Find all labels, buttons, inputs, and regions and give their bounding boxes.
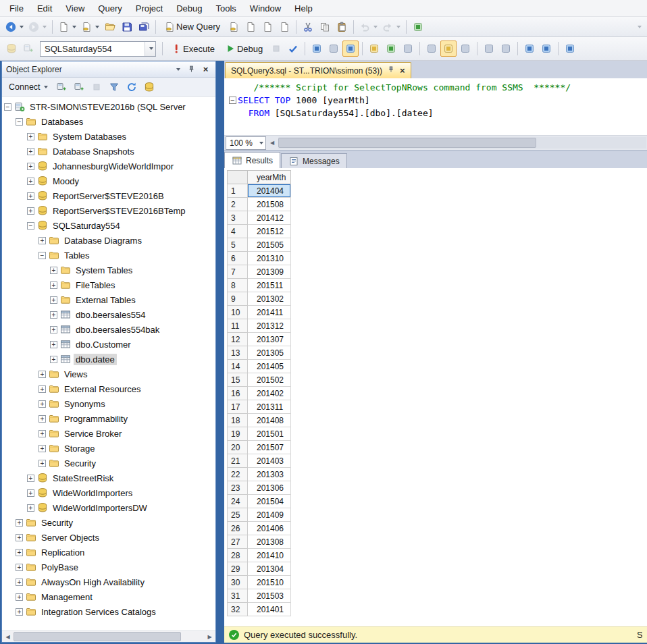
results-to-file[interactable]	[457, 41, 473, 57]
filter[interactable]	[106, 79, 122, 95]
cut[interactable]	[300, 19, 316, 35]
expand-icon[interactable]: +	[50, 296, 57, 304]
query-editor[interactable]: /****** Script for SelectTopNRows comman…	[224, 78, 647, 135]
grid-cell[interactable]: 201311	[248, 400, 291, 414]
grid-cell[interactable]: 201307	[248, 333, 291, 346]
scroll-left-icon[interactable]: ◀	[266, 137, 278, 149]
expand-icon[interactable]: +	[27, 207, 34, 215]
grid-row-number[interactable]: 30	[228, 576, 248, 589]
tree-node-integration-services-catalogs[interactable]: +Integration Services Catalogs	[2, 604, 215, 619]
tree-node-reportserver-steve2016btemp[interactable]: +ReportServer$STEVE2016BTemp	[2, 203, 215, 218]
activity-monitor[interactable]	[410, 19, 426, 35]
grid-row-number[interactable]: 32	[228, 603, 248, 616]
expand-icon[interactable]: +	[16, 564, 23, 571]
scrollbar-thumb[interactable]	[14, 632, 181, 641]
grid-cell[interactable]: 201408	[248, 414, 291, 427]
grid-row-number[interactable]: 23	[228, 481, 248, 495]
menu-edit[interactable]: Edit	[30, 1, 59, 16]
attach-database[interactable]	[79, 19, 101, 35]
collapse-icon[interactable]: −	[27, 222, 34, 230]
include-client-statistics[interactable]	[400, 41, 416, 57]
expand-icon[interactable]: +	[50, 341, 57, 348]
tree-node-management[interactable]: +Management	[2, 589, 215, 604]
expand-icon[interactable]: +	[38, 430, 46, 437]
expand-icon[interactable]: +	[27, 475, 34, 482]
grid-cell[interactable]: 201306	[248, 481, 291, 495]
analysis-mdx-query[interactable]	[242, 19, 259, 35]
parse-query[interactable]	[285, 41, 301, 57]
grid-cell[interactable]: 201501	[248, 427, 291, 441]
grid-row-number[interactable]: 9	[228, 292, 248, 306]
grid-cell[interactable]: 201508	[248, 198, 291, 211]
grid-cell[interactable]: 201412	[248, 211, 291, 225]
scrollbar-thumb[interactable]	[278, 138, 536, 148]
analysis-xmla-query[interactable]	[276, 19, 292, 35]
grid-row-number[interactable]: 12	[228, 333, 248, 346]
expand-icon[interactable]: +	[38, 237, 46, 244]
grid-cell[interactable]: 201312	[248, 319, 291, 333]
connect-button[interactable]: Connect	[5, 81, 52, 93]
grid-cell[interactable]: 201403	[248, 454, 291, 468]
expand-icon[interactable]: +	[27, 178, 34, 185]
document-tab[interactable]: SQLQuery3.sql - ST...TRION\ssimon (53)) …	[225, 62, 411, 78]
tree-node-johannesburgwideworldimpor[interactable]: +JohannesburgWideWorldImpor	[2, 159, 215, 173]
grid-cell[interactable]: 201511	[248, 279, 291, 292]
menu-help[interactable]: Help	[288, 1, 319, 16]
grid-row-number[interactable]: 17	[228, 400, 248, 414]
expand-icon[interactable]: +	[16, 608, 23, 616]
grid-cell[interactable]: 201406	[248, 522, 291, 535]
expand-icon[interactable]: +	[16, 519, 23, 527]
pin-icon[interactable]	[387, 65, 395, 76]
grid-row-number[interactable]: 5	[228, 238, 248, 252]
save[interactable]	[119, 19, 135, 35]
tree-node-system-tables[interactable]: +System Tables	[2, 263, 215, 277]
grid-cell[interactable]: 201401	[248, 603, 291, 616]
navigate-backward[interactable]	[3, 19, 26, 35]
tree-node-database-snapshots[interactable]: +Database Snapshots	[2, 144, 215, 159]
tree-node-str-simon-steve2016b-sql-server[interactable]: −STR-SIMON\STEVE2016b (SQL Server	[2, 99, 215, 114]
expand-icon[interactable]: +	[27, 489, 34, 497]
uncomment-selection[interactable]	[498, 41, 514, 57]
save-all[interactable]	[136, 19, 152, 35]
grid-row-number[interactable]: 31	[228, 589, 248, 603]
refresh[interactable]	[124, 79, 140, 95]
disconnect-object-explorer[interactable]	[71, 79, 87, 95]
grid-cell[interactable]: 201503	[248, 589, 291, 603]
expand-icon[interactable]: +	[27, 192, 34, 200]
expand-icon[interactable]: +	[27, 163, 34, 170]
grid-row-number[interactable]: 26	[228, 522, 248, 535]
tree-node-databases[interactable]: −Databases	[2, 114, 215, 129]
grid-cell[interactable]: 201404	[248, 184, 291, 198]
intellisense-enabled[interactable]	[342, 41, 359, 57]
tree-node-system-databases[interactable]: +System Databases	[2, 129, 215, 144]
grid-cell[interactable]: 201302	[248, 292, 291, 306]
grid-cell[interactable]: 201308	[248, 535, 291, 549]
tree-node-security[interactable]: +Security	[2, 456, 215, 471]
grid-row-number[interactable]: 10	[228, 306, 248, 319]
tree-node-dbo-datee[interactable]: +dbo.datee	[2, 352, 215, 367]
tree-node-database-diagrams[interactable]: +Database Diagrams	[2, 233, 215, 248]
grid-column-header[interactable]: yearMth	[248, 171, 291, 184]
grid-cell[interactable]: 201504	[248, 495, 291, 508]
specify-values-template[interactable]	[562, 41, 578, 57]
tree-node-external-tables[interactable]: +External Tables	[2, 292, 215, 307]
tree-node-polybase[interactable]: +PolyBase	[2, 560, 215, 574]
debug-button[interactable]: Debug	[220, 41, 267, 57]
grid-row-number[interactable]: 16	[228, 387, 248, 400]
grid-row-number[interactable]: 14	[228, 360, 248, 373]
grid-cell[interactable]: 201310	[248, 252, 291, 265]
menu-file[interactable]: File	[3, 1, 30, 16]
grid-row-number[interactable]: 29	[228, 562, 248, 576]
grid-corner[interactable]	[228, 171, 248, 184]
expand-icon[interactable]: +	[50, 326, 57, 333]
pin-icon[interactable]	[186, 63, 197, 75]
grid-row-number[interactable]: 24	[228, 495, 248, 508]
connect-object-explorer[interactable]	[53, 79, 70, 95]
expand-icon[interactable]: +	[38, 445, 46, 452]
object-explorer-horizontal-scrollbar[interactable]: ◀ ▶	[2, 630, 215, 642]
tree-node-alwayson-high-availability[interactable]: +AlwaysOn High Availability	[2, 574, 215, 589]
tree-node-wideworldimportersdw[interactable]: +WideWorldImportersDW	[2, 500, 215, 515]
include-live-query-statistics[interactable]	[383, 41, 399, 57]
expand-icon[interactable]: +	[16, 534, 23, 541]
grid-row-number[interactable]: 28	[228, 549, 248, 562]
